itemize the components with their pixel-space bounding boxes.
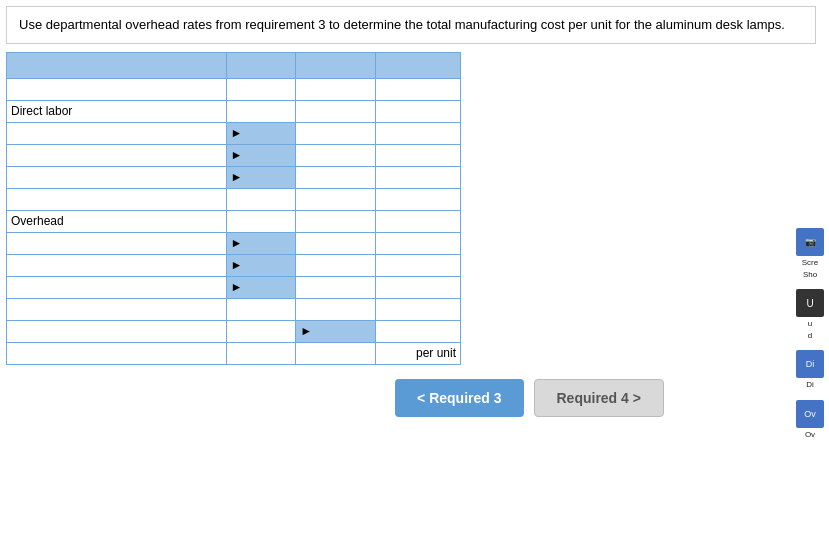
cell-col1-arrow[interactable]: ► bbox=[226, 276, 296, 298]
table-row bbox=[7, 188, 461, 210]
per-unit-cell: per unit bbox=[376, 342, 461, 364]
side-ud: U u d bbox=[792, 289, 828, 340]
table-row: ► bbox=[7, 232, 461, 254]
cell-col1[interactable] bbox=[226, 100, 296, 122]
total-col2[interactable] bbox=[296, 342, 376, 364]
cell-label[interactable] bbox=[7, 232, 227, 254]
cell-col1[interactable] bbox=[226, 210, 296, 232]
screenshot-icon[interactable]: 📷 bbox=[796, 228, 824, 256]
direct-labor-row: Direct labor bbox=[7, 100, 461, 122]
header-label-col bbox=[7, 52, 227, 78]
cell-col1[interactable] bbox=[226, 320, 296, 342]
nav-buttons: < Required 3 Required 4 > bbox=[0, 379, 829, 417]
screenshot-label: Scre bbox=[792, 258, 828, 268]
header-col2 bbox=[296, 52, 376, 78]
next-button[interactable]: Required 4 > bbox=[534, 379, 664, 417]
cell-col3[interactable] bbox=[376, 100, 461, 122]
show-label: Sho bbox=[792, 270, 828, 280]
cell-col2-arrow[interactable]: ► bbox=[296, 320, 376, 342]
table-row: ► bbox=[7, 320, 461, 342]
table-row bbox=[7, 298, 461, 320]
direct-labor-label: Direct labor bbox=[7, 100, 227, 122]
cell-col2[interactable] bbox=[296, 254, 376, 276]
cell-col1-arrow[interactable]: ► bbox=[226, 166, 296, 188]
cell-label[interactable] bbox=[7, 254, 227, 276]
cell-label[interactable] bbox=[7, 122, 227, 144]
table-row bbox=[7, 78, 461, 100]
cell-col2[interactable] bbox=[296, 166, 376, 188]
instruction-text: Use departmental overhead rates from req… bbox=[6, 6, 816, 44]
cell-col1-arrow[interactable]: ► bbox=[226, 254, 296, 276]
cell-label[interactable] bbox=[7, 276, 227, 298]
ov-label: Ov bbox=[792, 430, 828, 440]
table-row: ► bbox=[7, 166, 461, 188]
table-row: ► bbox=[7, 254, 461, 276]
cell-col1[interactable] bbox=[226, 78, 296, 100]
cell-col1[interactable] bbox=[226, 188, 296, 210]
cell-label[interactable] bbox=[7, 298, 227, 320]
cell-col1-arrow[interactable]: ► bbox=[226, 144, 296, 166]
di-icon[interactable]: Di bbox=[796, 350, 824, 378]
right-side-panel: 📷 Scre Sho U u d Di Di Ov Ov bbox=[791, 0, 829, 548]
cell-col3[interactable] bbox=[376, 320, 461, 342]
side-di: Di Di bbox=[792, 350, 828, 390]
u-icon[interactable]: U bbox=[796, 289, 824, 317]
table-area: Direct labor ► ► ► bbox=[0, 52, 829, 365]
cell-col3[interactable] bbox=[376, 254, 461, 276]
cell-label[interactable] bbox=[7, 144, 227, 166]
cell-col2[interactable] bbox=[296, 210, 376, 232]
u-label: u bbox=[792, 319, 828, 329]
total-row: per unit bbox=[7, 342, 461, 364]
cell-col2[interactable] bbox=[296, 276, 376, 298]
ov-icon[interactable]: Ov bbox=[796, 400, 824, 428]
cell-label[interactable] bbox=[7, 320, 227, 342]
cell-col3[interactable] bbox=[376, 232, 461, 254]
d-label: d bbox=[792, 331, 828, 341]
cell-label[interactable] bbox=[7, 78, 227, 100]
cell-col2[interactable] bbox=[296, 188, 376, 210]
cell-label[interactable] bbox=[7, 188, 227, 210]
cell-col2[interactable] bbox=[296, 232, 376, 254]
cell-col2[interactable] bbox=[296, 78, 376, 100]
cell-col2[interactable] bbox=[296, 298, 376, 320]
cell-col2[interactable] bbox=[296, 122, 376, 144]
table-row: ► bbox=[7, 122, 461, 144]
side-screenshot: 📷 Scre Sho bbox=[792, 228, 828, 279]
cell-col1[interactable] bbox=[226, 298, 296, 320]
header-col1 bbox=[226, 52, 296, 78]
table-row: ► bbox=[7, 144, 461, 166]
cell-col2[interactable] bbox=[296, 144, 376, 166]
cell-col2[interactable] bbox=[296, 100, 376, 122]
cell-col1-arrow[interactable]: ► bbox=[226, 232, 296, 254]
cell-col3[interactable] bbox=[376, 122, 461, 144]
cell-col3[interactable] bbox=[376, 144, 461, 166]
overhead-label: Overhead bbox=[7, 210, 227, 232]
cost-table: Direct labor ► ► ► bbox=[6, 52, 461, 365]
cell-col3[interactable] bbox=[376, 298, 461, 320]
cell-col3[interactable] bbox=[376, 210, 461, 232]
cell-col3[interactable] bbox=[376, 188, 461, 210]
cell-col3[interactable] bbox=[376, 78, 461, 100]
cell-col3[interactable] bbox=[376, 276, 461, 298]
table-header-row bbox=[7, 52, 461, 78]
cell-col1-arrow[interactable]: ► bbox=[226, 122, 296, 144]
header-col3 bbox=[376, 52, 461, 78]
cell-col3[interactable] bbox=[376, 166, 461, 188]
side-ov: Ov Ov bbox=[792, 400, 828, 440]
cell-label[interactable] bbox=[7, 166, 227, 188]
total-col1[interactable] bbox=[226, 342, 296, 364]
prev-button[interactable]: < Required 3 bbox=[395, 379, 523, 417]
di-label: Di bbox=[792, 380, 828, 390]
overhead-row: Overhead bbox=[7, 210, 461, 232]
total-label-cell[interactable] bbox=[7, 342, 227, 364]
table-row: ► bbox=[7, 276, 461, 298]
